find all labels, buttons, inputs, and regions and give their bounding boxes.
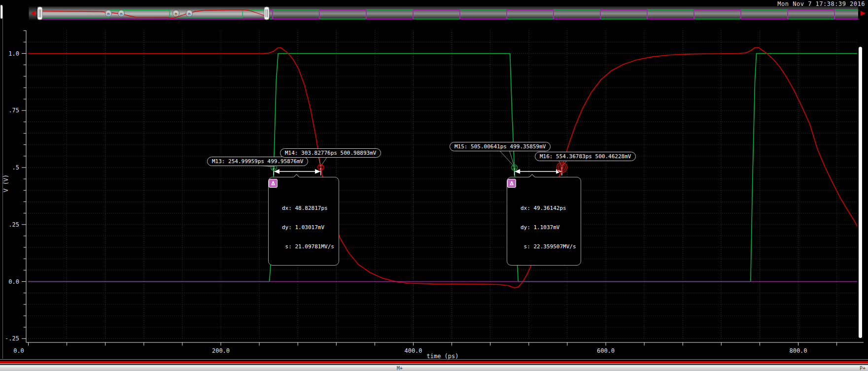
delta-arrows xyxy=(274,168,562,176)
vertical-scrollbar-thumb[interactable] xyxy=(859,47,862,338)
y-tick-label: 1.0 xyxy=(8,50,19,57)
statusbar-pan-button[interactable]: P+ xyxy=(860,366,866,371)
delta-measurement-box-2[interactable]: ∆ dx: 49.36142ps dy: 1.1037mV s: 22.3595… xyxy=(507,177,581,266)
delta2-slope: s: 22.359507MV/s xyxy=(521,243,576,250)
marker-label-m16[interactable]: M16: 554.36783ps 500.46228mV xyxy=(535,152,636,161)
y-tick-label: .5 xyxy=(12,164,19,171)
x-axis-title: time (ps) xyxy=(426,353,458,360)
grid xyxy=(29,31,858,339)
y-tick-label: .25 xyxy=(8,221,19,228)
delta2-dy: dy: 1.1037mV xyxy=(521,224,576,231)
axis-labels: 1.0.75.5.250.0-.250.0200.0400.0600.0800.… xyxy=(2,50,807,360)
statusbar-highlight-line xyxy=(0,364,868,364)
waveform-viewer-window: Mon Nov 7 17:38:39 2016 mmmm 1.0.75.5.25… xyxy=(0,0,868,371)
delta-measurement-box-1[interactable]: ∆ dx: 48.82817ps dy: 1.03017mV s: 21.097… xyxy=(268,177,339,266)
x-tick-label: 0.0 xyxy=(13,347,24,354)
statusbar-marker-button[interactable]: M+ xyxy=(397,366,403,371)
statusbar-divider xyxy=(0,359,868,360)
delta1-dy: dy: 1.03017mV xyxy=(282,224,334,231)
x-tick-label: 400.0 xyxy=(404,347,422,354)
x-tick-label: 600.0 xyxy=(597,347,615,354)
y-axis-title: V (V) xyxy=(2,174,9,192)
y-tick-label: .75 xyxy=(8,107,19,114)
waveform-plot: 1.0.75.5.250.0-.250.0200.0400.0600.0800.… xyxy=(0,0,868,371)
delta-icon: ∆ xyxy=(507,179,516,188)
delta1-slope: s: 21.09781MV/s xyxy=(282,243,334,250)
delta-icon: ∆ xyxy=(269,179,278,188)
marker-label-m13[interactable]: M13: 254.99959ps 499.95876mV xyxy=(207,157,308,166)
x-tick-label: 800.0 xyxy=(789,347,807,354)
y-tick-label: -.25 xyxy=(5,335,19,342)
delta2-dx: dx: 49.36142ps xyxy=(521,205,576,211)
x-tick-label: 200.0 xyxy=(212,347,230,354)
marker-label-m15[interactable]: M15: 505.00641ps 499.35859mV xyxy=(450,142,551,151)
delta1-dx: dx: 48.82817ps xyxy=(282,205,334,211)
marker-label-m14[interactable]: M14: 303.82776ps 500.98893mV xyxy=(280,148,381,158)
y-tick-label: 0.0 xyxy=(8,278,19,285)
axes xyxy=(22,31,864,346)
statusbar: M+ P+ xyxy=(0,365,868,371)
